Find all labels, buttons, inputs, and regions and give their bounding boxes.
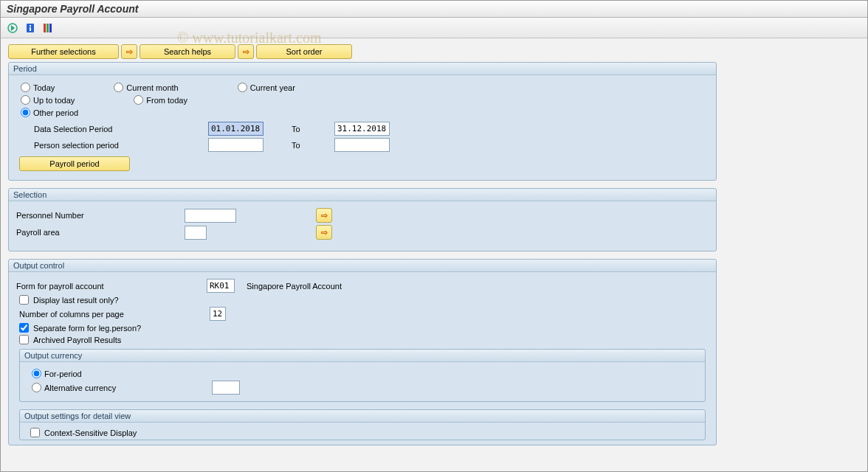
button-label: Search helps — [164, 47, 211, 56]
period-group: Period Today Current month Current year … — [8, 62, 717, 181]
svg-rect-2 — [30, 25, 31, 27]
period-current-month-radio[interactable]: Current month — [114, 83, 178, 92]
svg-rect-3 — [30, 27, 31, 31]
group-title: Output control — [9, 260, 716, 272]
data-selection-to-input[interactable] — [334, 122, 390, 136]
form-code-input[interactable] — [207, 279, 235, 293]
checkbox-label: Context-Sensitive Display — [44, 428, 137, 437]
sort-order-arrow-button[interactable]: ⇨ — [238, 44, 254, 59]
selection-group: Selection Personnel Number ⇨ Payroll are… — [8, 188, 717, 251]
button-label: Further selections — [31, 47, 95, 56]
execute-icon[interactable] — [5, 21, 20, 35]
alternative-currency-radio[interactable]: Alternative currency — [32, 383, 165, 392]
period-current-year-radio[interactable]: Current year — [238, 83, 295, 92]
payroll-area-multi-button[interactable]: ⇨ — [316, 225, 332, 240]
group-title: Output currency — [20, 350, 705, 362]
action-button-row: Further selections ⇨ Search helps ⇨ Sort… — [8, 44, 860, 59]
personnel-number-input[interactable] — [185, 209, 236, 223]
title-bar: Singapore Payroll Account — [1, 1, 867, 18]
separate-form-checkbox[interactable] — [19, 323, 29, 333]
variant-icon[interactable] — [41, 21, 55, 35]
payroll-area-input[interactable] — [185, 226, 207, 240]
period-up-to-today-radio[interactable]: Up to today — [21, 95, 75, 105]
search-helps-button[interactable]: Search helps — [140, 44, 235, 59]
period-other-radio[interactable]: Other period — [21, 108, 78, 117]
checkbox-label: Archived Payroll Results — [33, 336, 121, 344]
person-selection-label: Person selection period — [34, 141, 152, 150]
output-settings-group: Output settings for detail view Context-… — [19, 409, 706, 440]
to-label: To — [292, 141, 328, 150]
period-today-radio[interactable]: Today — [21, 83, 55, 92]
group-title: Selection — [9, 189, 716, 201]
person-selection-to-input[interactable] — [334, 138, 390, 152]
person-selection-from-input[interactable] — [208, 138, 264, 152]
output-currency-group: Output currency For-period Alternative c… — [19, 349, 706, 402]
page-title: Singapore Payroll Account — [7, 3, 138, 15]
sort-order-button[interactable]: Sort order — [256, 44, 352, 59]
further-selections-button[interactable]: Further selections — [8, 44, 119, 59]
content-area: Further selections ⇨ Search helps ⇨ Sort… — [1, 38, 867, 451]
button-label: Payroll period — [49, 159, 99, 168]
group-title: Output settings for detail view — [20, 410, 705, 423]
data-selection-from-input[interactable] — [208, 122, 264, 136]
form-desc: Singapore Payroll Account — [247, 282, 342, 291]
to-label: To — [292, 125, 328, 133]
alternative-currency-input[interactable] — [212, 381, 240, 395]
context-sensitive-checkbox[interactable] — [30, 428, 40, 437]
checkbox-label: Separate form for leg.person? — [33, 324, 141, 333]
personnel-number-label: Personnel Number — [16, 211, 179, 220]
toolbar — [1, 18, 867, 38]
svg-rect-5 — [46, 24, 49, 32]
archived-results-checkbox[interactable] — [19, 335, 29, 344]
form-label: Form for payroll account — [16, 282, 201, 291]
columns-input[interactable] — [210, 307, 226, 321]
info-icon[interactable] — [23, 21, 38, 35]
for-period-radio[interactable]: For-period — [32, 369, 82, 378]
output-control-group: Output control Form for payroll account … — [8, 259, 717, 445]
app-window: Singapore Payroll Account © www.tutorial… — [0, 0, 868, 472]
period-from-today-radio[interactable]: From today — [134, 95, 187, 105]
personnel-number-multi-button[interactable]: ⇨ — [316, 208, 332, 223]
data-selection-label: Data Selection Period — [34, 125, 152, 133]
payroll-area-label: Payroll area — [16, 228, 179, 237]
checkbox-label: Display last result only? — [33, 296, 119, 305]
search-helps-arrow-button[interactable]: ⇨ — [121, 44, 137, 59]
svg-rect-6 — [49, 24, 52, 32]
columns-label: Number of columns per page — [19, 310, 204, 319]
display-last-result-checkbox[interactable] — [19, 295, 29, 305]
button-label: Sort order — [286, 47, 323, 56]
payroll-period-button[interactable]: Payroll period — [19, 156, 130, 171]
svg-rect-4 — [44, 24, 46, 32]
group-title: Period — [9, 63, 716, 75]
